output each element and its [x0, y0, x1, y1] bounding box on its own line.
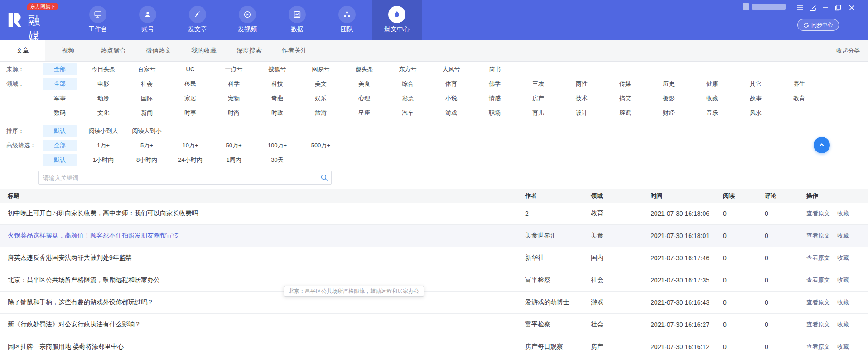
domain-option-chip[interactable]: 娱乐 — [304, 92, 338, 104]
domain-option-chip[interactable]: 综合 — [391, 78, 425, 90]
view-original-link[interactable]: 查看原文 — [806, 209, 830, 218]
domain-option-chip[interactable]: 旅游 — [304, 107, 338, 119]
domain-option-chip[interactable]: 全部 — [43, 78, 77, 90]
domain-option-chip[interactable]: 搞笑 — [608, 92, 642, 104]
domain-option-chip[interactable]: 游戏 — [434, 107, 468, 119]
source-option-chip[interactable]: 大风号 — [434, 63, 468, 75]
favorite-link[interactable]: 收藏 — [837, 298, 849, 306]
sync-center-button[interactable]: 同步中心 — [797, 19, 839, 31]
domain-option-chip[interactable]: 音乐 — [695, 107, 729, 119]
tab-my-favorites[interactable]: 我的收藏 — [181, 40, 227, 61]
domain-option-chip[interactable]: 动漫 — [86, 92, 121, 104]
domain-option-chip[interactable]: 汽车 — [391, 107, 425, 119]
time-range-option-chip[interactable]: 默认 — [43, 154, 77, 166]
article-title[interactable]: 新《行政处罚法》对公安行政执法有什么影响？ — [8, 321, 141, 328]
nav-item-publish-video[interactable]: 发视频 — [222, 0, 272, 40]
domain-option-chip[interactable]: 宠物 — [217, 92, 251, 104]
domain-option-chip[interactable]: 养生 — [782, 78, 816, 90]
minimize-button[interactable] — [821, 3, 830, 12]
read-count-option-chip[interactable]: 100万+ — [260, 140, 294, 151]
time-range-option-chip[interactable]: 1周内 — [217, 154, 251, 166]
domain-option-chip[interactable]: 育儿 — [521, 107, 555, 119]
maximize-button[interactable] — [834, 3, 843, 12]
read-count-option-chip[interactable]: 5万+ — [130, 140, 164, 151]
domain-option-chip[interactable]: 房产 — [521, 92, 555, 104]
domain-option-chip[interactable]: 其它 — [738, 78, 773, 90]
article-title[interactable]: 初中晚上可开自习班向家长收费，高中老师：我们可以向家长收费吗 — [8, 209, 198, 217]
domain-option-chip[interactable]: 风水 — [738, 107, 773, 119]
tab-deep-search[interactable]: 深度搜索 — [227, 40, 272, 61]
read-count-option-chip[interactable]: 500万+ — [304, 140, 338, 151]
domain-option-chip[interactable]: 技术 — [564, 92, 599, 104]
read-count-option-chip[interactable]: 全部 — [43, 140, 77, 151]
domain-option-chip[interactable]: 星座 — [347, 107, 381, 119]
domain-option-chip[interactable]: 教育 — [782, 92, 816, 104]
read-count-option-chip[interactable]: 10万+ — [173, 140, 207, 151]
favorite-link[interactable]: 收藏 — [837, 209, 849, 218]
domain-option-chip[interactable]: 文化 — [86, 107, 121, 119]
source-option-chip[interactable]: 一点号 — [217, 63, 251, 75]
article-title[interactable]: 唐英杰违反香港国安法两罪共被判处9年监禁 — [8, 254, 132, 261]
domain-option-chip[interactable]: 小说 — [434, 92, 468, 104]
article-title[interactable]: 除了键鼠和手柄，这些有趣的游戏外设你都玩过吗？ — [8, 298, 154, 306]
domain-option-chip[interactable]: 数码 — [43, 107, 77, 119]
source-option-chip[interactable]: 网易号 — [304, 63, 338, 75]
domain-option-chip[interactable]: 情感 — [477, 92, 512, 104]
keyword-search-input[interactable] — [38, 171, 332, 185]
nav-item-publish-article[interactable]: 发文章 — [173, 0, 222, 40]
view-original-link[interactable]: 查看原文 — [806, 343, 830, 351]
article-title[interactable]: 园区挂牌一宗商服用地 娄葑将添邻里中心 — [8, 343, 124, 350]
tab-hot-aggregate[interactable]: 热点聚合 — [91, 40, 136, 61]
source-option-chip[interactable]: 百家号 — [130, 63, 164, 75]
source-option-chip[interactable]: UC — [173, 63, 207, 75]
collapse-categories-link[interactable]: 收起分类 — [836, 40, 860, 61]
domain-option-chip[interactable]: 故事 — [738, 92, 773, 104]
view-original-link[interactable]: 查看原文 — [806, 321, 830, 329]
domain-option-chip[interactable]: 时事 — [173, 107, 207, 119]
domain-option-chip[interactable]: 彩票 — [391, 92, 425, 104]
favorite-link[interactable]: 收藏 — [837, 276, 849, 284]
domain-option-chip[interactable]: 心理 — [347, 92, 381, 104]
favorite-link[interactable]: 收藏 — [837, 254, 849, 262]
domain-option-chip[interactable]: 电影 — [86, 78, 121, 90]
tab-author-follow[interactable]: 作者关注 — [272, 40, 317, 61]
read-count-option-chip[interactable]: 1万+ — [86, 140, 121, 151]
domain-option-chip[interactable]: 摄影 — [651, 92, 686, 104]
search-icon[interactable] — [321, 174, 328, 181]
domain-option-chip[interactable]: 健康 — [695, 78, 729, 90]
avatar[interactable] — [743, 3, 749, 10]
domain-option-chip[interactable]: 美食 — [347, 78, 381, 90]
feedback-edit-icon[interactable] — [808, 3, 817, 12]
domain-option-chip[interactable]: 传媒 — [608, 78, 642, 90]
domain-option-chip[interactable]: 收藏 — [695, 92, 729, 104]
source-option-chip[interactable]: 简书 — [477, 63, 512, 75]
domain-option-chip[interactable]: 国际 — [130, 92, 164, 104]
favorite-link[interactable]: 收藏 — [837, 232, 849, 240]
time-range-option-chip[interactable]: 8小时内 — [130, 154, 164, 166]
favorite-link[interactable]: 收藏 — [837, 321, 849, 329]
source-option-chip[interactable]: 全部 — [43, 63, 77, 75]
domain-option-chip[interactable]: 时尚 — [217, 107, 251, 119]
article-title[interactable]: 火锅菜品这样摆盘，高颜值！顾客忍不住拍照发朋友圈帮宣传 — [8, 232, 179, 239]
domain-option-chip[interactable]: 美文 — [304, 78, 338, 90]
time-range-option-chip[interactable]: 1小时内 — [86, 154, 121, 166]
sort-option-chip[interactable]: 阅读小到大 — [86, 125, 121, 137]
domain-option-chip[interactable]: 新闻 — [130, 107, 164, 119]
view-original-link[interactable]: 查看原文 — [806, 298, 830, 306]
read-count-option-chip[interactable]: 50万+ — [217, 140, 251, 151]
menu-icon[interactable] — [796, 3, 805, 12]
domain-option-chip[interactable]: 设计 — [564, 107, 599, 119]
domain-option-chip[interactable]: 家居 — [173, 92, 207, 104]
nav-item-account[interactable]: 账号 — [123, 0, 173, 40]
nav-item-hot-article-center[interactable]: 爆文中心 — [372, 0, 422, 40]
nav-item-data[interactable]: 数据 — [272, 0, 322, 40]
domain-option-chip[interactable]: 奇葩 — [260, 92, 294, 104]
time-range-option-chip[interactable]: 30天 — [260, 154, 294, 166]
tab-wechat-hot[interactable]: 微信热文 — [136, 40, 181, 61]
time-range-option-chip[interactable]: 24小时内 — [173, 154, 207, 166]
domain-option-chip[interactable]: 科技 — [260, 78, 294, 90]
view-original-link[interactable]: 查看原文 — [806, 254, 830, 262]
view-original-link[interactable]: 查看原文 — [806, 276, 830, 284]
source-option-chip[interactable]: 今日头条 — [86, 63, 121, 75]
domain-option-chip[interactable]: 时政 — [260, 107, 294, 119]
